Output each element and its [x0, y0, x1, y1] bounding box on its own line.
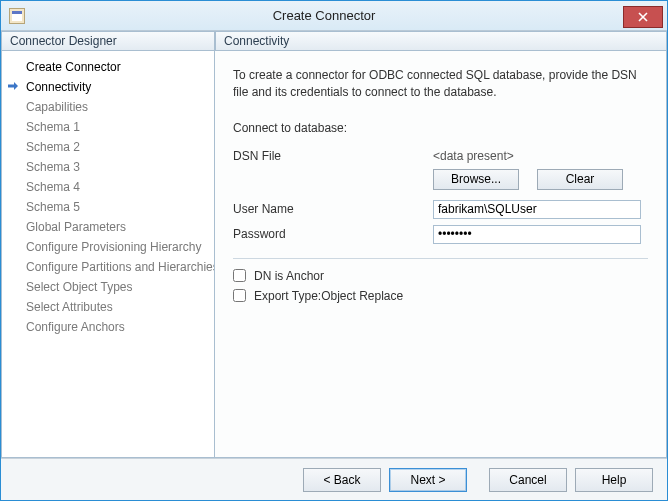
nav-capabilities[interactable]: Capabilities: [2, 97, 214, 117]
close-icon: [638, 12, 648, 22]
next-button[interactable]: Next >: [389, 468, 467, 492]
nav-configure-anchors[interactable]: Configure Anchors: [2, 317, 214, 337]
nav-select-attributes[interactable]: Select Attributes: [2, 297, 214, 317]
divider: [233, 258, 648, 259]
panel-headers: Connector Designer Connectivity: [1, 31, 667, 51]
nav-select-object-types[interactable]: Select Object Types: [2, 277, 214, 297]
section-label: Connect to database:: [233, 121, 648, 135]
nav-schema-1[interactable]: Schema 1: [2, 117, 214, 137]
username-row: User Name: [233, 200, 648, 219]
help-button[interactable]: Help: [575, 468, 653, 492]
body: Create Connector Connectivity Capabiliti…: [1, 51, 667, 458]
dsn-button-row: Browse... Clear: [433, 169, 648, 190]
password-input[interactable]: [433, 225, 641, 244]
back-button[interactable]: < Back: [303, 468, 381, 492]
export-type-label: Export Type:Object Replace: [254, 289, 403, 303]
main-panel: To create a connector for ODBC connected…: [215, 51, 667, 458]
username-input[interactable]: [433, 200, 641, 219]
password-label: Password: [233, 227, 433, 241]
window-title: Create Connector: [25, 8, 623, 23]
nav-schema-3[interactable]: Schema 3: [2, 157, 214, 177]
close-button[interactable]: [623, 6, 663, 28]
password-row: Password: [233, 225, 648, 244]
intro-text: To create a connector for ODBC connected…: [233, 67, 648, 101]
dsn-row: DSN File <data present>: [233, 149, 648, 163]
username-label: User Name: [233, 202, 433, 216]
nav-create-connector[interactable]: Create Connector: [2, 57, 214, 77]
wizard-footer: < Back Next > Cancel Help: [1, 458, 667, 500]
dialog-window: Create Connector Connector Designer Conn…: [0, 0, 668, 501]
nav-configure-provisioning-hierarchy[interactable]: Configure Provisioning Hierarchy: [2, 237, 214, 257]
dn-anchor-row: DN is Anchor: [233, 269, 648, 283]
export-type-row: Export Type:Object Replace: [233, 289, 648, 303]
cancel-button[interactable]: Cancel: [489, 468, 567, 492]
wizard-nav: Create Connector Connectivity Capabiliti…: [1, 51, 215, 458]
right-panel-title: Connectivity: [215, 31, 667, 51]
nav-schema-2[interactable]: Schema 2: [2, 137, 214, 157]
nav-schema-4[interactable]: Schema 4: [2, 177, 214, 197]
dn-anchor-checkbox[interactable]: [233, 269, 246, 282]
app-icon: [9, 8, 25, 24]
dsn-value: <data present>: [433, 149, 514, 163]
left-panel-title: Connector Designer: [1, 31, 215, 51]
dn-anchor-label: DN is Anchor: [254, 269, 324, 283]
clear-button[interactable]: Clear: [537, 169, 623, 190]
nav-connectivity[interactable]: Connectivity: [2, 77, 214, 97]
nav-configure-partitions-hierarchies[interactable]: Configure Partitions and Hierarchies: [2, 257, 214, 277]
browse-button[interactable]: Browse...: [433, 169, 519, 190]
nav-schema-5[interactable]: Schema 5: [2, 197, 214, 217]
export-type-checkbox[interactable]: [233, 289, 246, 302]
nav-global-parameters[interactable]: Global Parameters: [2, 217, 214, 237]
titlebar: Create Connector: [1, 1, 667, 31]
dsn-label: DSN File: [233, 149, 433, 163]
